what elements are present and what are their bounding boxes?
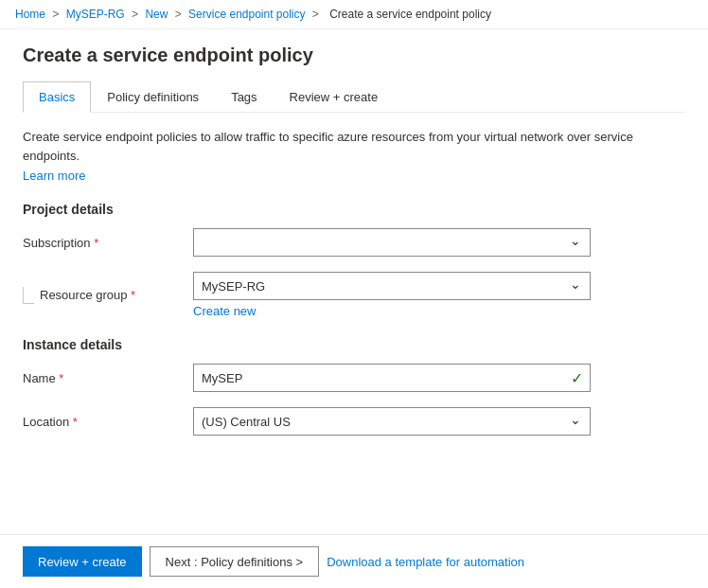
breadcrumb-mysep-rg[interactable]: MySEP-RG — [66, 8, 125, 21]
name-required: * — [59, 371, 63, 385]
breadcrumb-sep-4: > — [312, 8, 322, 21]
breadcrumb-sep-1: > — [52, 8, 62, 21]
tab-basics[interactable]: Basics — [23, 81, 91, 113]
name-check-icon: ✓ — [571, 369, 583, 387]
location-control: (US) Central US — [193, 407, 591, 436]
resource-group-row: Resource group * MySEP-RG Create new — [23, 272, 685, 318]
review-create-button[interactable]: Review + create — [23, 546, 142, 577]
location-label: Location * — [23, 415, 193, 429]
subscription-control — [193, 228, 591, 257]
resource-group-control: MySEP-RG Create new — [193, 272, 591, 318]
name-input[interactable] — [193, 364, 591, 392]
location-select[interactable]: (US) Central US — [193, 407, 591, 436]
project-details-title: Project details — [23, 202, 685, 217]
name-label: Name * — [23, 371, 193, 385]
subscription-row: Subscription * — [23, 228, 685, 257]
name-control: ✓ — [193, 364, 591, 392]
tab-policy-definitions[interactable]: Policy definitions — [91, 81, 215, 113]
breadcrumb-new[interactable]: New — [145, 8, 168, 21]
subscription-select-wrapper — [193, 228, 591, 257]
location-select-wrapper: (US) Central US — [193, 407, 591, 436]
resource-group-select[interactable]: MySEP-RG — [193, 272, 591, 300]
main-content: Create a service endpoint policy Basics … — [0, 29, 708, 534]
description-text: Create service endpoint policies to allo… — [23, 128, 685, 165]
subscription-label: Subscription * — [23, 236, 193, 250]
breadcrumb-current: Create a service endpoint policy — [329, 8, 491, 21]
page-title: Create a service endpoint policy — [23, 45, 685, 66]
subscription-select[interactable] — [193, 228, 591, 257]
tab-tags[interactable]: Tags — [215, 81, 273, 113]
name-input-wrapper: ✓ — [193, 364, 591, 392]
instance-details-title: Instance details — [23, 337, 685, 352]
location-required: * — [73, 415, 78, 429]
tabs-container: Basics Policy definitions Tags Review + … — [23, 81, 685, 113]
learn-more-link[interactable]: Learn more — [23, 169, 85, 183]
resource-group-required: * — [128, 288, 136, 302]
name-row: Name * ✓ — [23, 364, 685, 392]
page-wrapper: Home > MySEP-RG > New > Service endpoint… — [0, 0, 708, 588]
create-new-link[interactable]: Create new — [193, 304, 591, 318]
subscription-required: * — [94, 236, 98, 250]
resource-group-label: Resource group * — [23, 287, 193, 304]
breadcrumb-sep-2: > — [132, 8, 141, 21]
breadcrumb: Home > MySEP-RG > New > Service endpoint… — [0, 0, 708, 29]
breadcrumb-sep-3: > — [175, 8, 185, 21]
location-row: Location * (US) Central US — [23, 407, 685, 436]
breadcrumb-home[interactable]: Home — [15, 8, 45, 21]
download-template-link[interactable]: Download a template for automation — [327, 555, 524, 569]
tab-review-create[interactable]: Review + create — [274, 81, 395, 113]
next-button[interactable]: Next : Policy definitions > — [150, 546, 320, 577]
resource-group-select-wrapper: MySEP-RG — [193, 272, 591, 300]
footer: Review + create Next : Policy definition… — [0, 534, 708, 588]
breadcrumb-service-endpoint-policy[interactable]: Service endpoint policy — [188, 8, 305, 21]
